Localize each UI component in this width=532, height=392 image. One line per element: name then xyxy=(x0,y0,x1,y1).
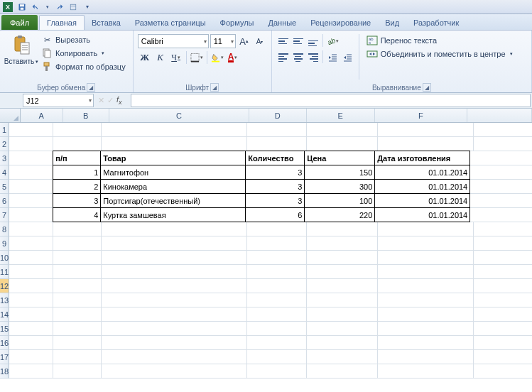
cell-B14[interactable] xyxy=(53,307,102,322)
cell-A14[interactable] xyxy=(9,307,53,322)
cell-A4[interactable] xyxy=(9,165,53,180)
cell-C14[interactable] xyxy=(102,307,247,322)
cell-F10[interactable] xyxy=(378,251,474,265)
col-header-A[interactable]: A xyxy=(21,109,63,122)
cell-D8[interactable] xyxy=(247,222,307,236)
qat-customize-icon[interactable] xyxy=(67,1,80,13)
cell-G11[interactable] xyxy=(474,265,532,279)
cell-A3[interactable] xyxy=(9,151,53,165)
tab-developer[interactable]: Разработчик xyxy=(406,15,466,30)
cell-C2[interactable] xyxy=(102,137,247,151)
cell-G9[interactable] xyxy=(474,236,532,251)
cell-C13[interactable] xyxy=(102,293,247,307)
redo-icon[interactable] xyxy=(53,1,65,13)
cell-D15[interactable] xyxy=(247,322,307,336)
cell-G1[interactable] xyxy=(474,123,532,137)
font-size-combo[interactable]: 11▾ xyxy=(210,34,236,48)
cell-C8[interactable] xyxy=(102,222,247,236)
cell-E18[interactable] xyxy=(307,364,378,379)
cell-A10[interactable] xyxy=(9,251,53,265)
cut-button[interactable]: ✂Вырезать xyxy=(38,33,129,46)
cell-B2[interactable] xyxy=(53,137,102,151)
cell-E14[interactable] xyxy=(307,307,378,322)
cell-C15[interactable] xyxy=(102,322,247,336)
qat-more-icon[interactable]: ▾ xyxy=(81,1,94,13)
cell-B16[interactable] xyxy=(53,336,102,350)
cell-F5[interactable]: 01.01.2014 xyxy=(374,179,470,194)
cell-E5[interactable]: 300 xyxy=(304,179,375,194)
cell-G3[interactable] xyxy=(470,151,532,165)
cell-E6[interactable]: 100 xyxy=(304,193,375,208)
tab-home[interactable]: Главная xyxy=(39,15,85,30)
row-header-12[interactable]: 12 xyxy=(0,279,9,293)
cell-B18[interactable] xyxy=(53,364,102,379)
tab-page-layout[interactable]: Разметка страницы xyxy=(128,15,213,30)
italic-button[interactable]: К xyxy=(153,50,168,65)
font-name-combo[interactable]: Calibri▾ xyxy=(138,34,209,48)
cell-A18[interactable] xyxy=(9,364,53,379)
row-header-10[interactable]: 10 xyxy=(0,251,9,265)
cell-G2[interactable] xyxy=(474,137,532,151)
cell-F9[interactable] xyxy=(378,236,474,251)
cell-E11[interactable] xyxy=(307,265,378,279)
cell-B7[interactable]: 4 xyxy=(53,207,101,222)
cell-D17[interactable] xyxy=(247,350,307,364)
cell-C3[interactable]: Товар xyxy=(100,151,246,165)
cell-A2[interactable] xyxy=(9,137,53,151)
cell-F1[interactable] xyxy=(378,123,474,137)
cell-C12[interactable] xyxy=(102,279,247,293)
fx-icon[interactable]: fx xyxy=(116,95,122,106)
cell-G6[interactable] xyxy=(470,194,532,208)
align-bottom-button[interactable] xyxy=(306,34,320,48)
cell-B13[interactable] xyxy=(53,293,102,307)
cell-B11[interactable] xyxy=(53,265,102,279)
align-middle-button[interactable] xyxy=(291,34,305,48)
cell-C6[interactable]: Портсигар(отечественный) xyxy=(100,193,246,208)
shrink-font-button[interactable]: A▾ xyxy=(253,34,267,48)
select-all-corner[interactable] xyxy=(0,109,21,122)
cell-F2[interactable] xyxy=(378,137,474,151)
cell-F17[interactable] xyxy=(378,350,474,364)
undo-icon[interactable] xyxy=(30,1,43,13)
cell-G17[interactable] xyxy=(474,350,532,364)
cell-B15[interactable] xyxy=(53,322,102,336)
cells-area[interactable]: п/пТоварКоличествоЦенаДата изготовления1… xyxy=(9,123,532,379)
tab-view[interactable]: Вид xyxy=(378,15,406,30)
cell-F7[interactable]: 01.01.2014 xyxy=(374,207,470,222)
cell-B12[interactable] xyxy=(53,279,102,293)
cell-B9[interactable] xyxy=(53,236,102,251)
cell-D1[interactable] xyxy=(247,123,307,137)
cell-E13[interactable] xyxy=(307,293,378,307)
name-box[interactable]: J12▾ xyxy=(23,94,94,107)
cell-F18[interactable] xyxy=(378,364,474,379)
cell-E3[interactable]: Цена xyxy=(304,151,375,165)
align-top-button[interactable] xyxy=(276,34,291,48)
cell-D5[interactable]: 3 xyxy=(245,179,305,194)
cell-A5[interactable] xyxy=(9,180,53,194)
cell-D7[interactable]: 6 xyxy=(245,207,305,222)
cell-F6[interactable]: 01.01.2014 xyxy=(374,193,470,208)
cell-F15[interactable] xyxy=(378,322,474,336)
font-dialog-launcher[interactable]: ◢ xyxy=(210,83,219,92)
cell-D11[interactable] xyxy=(247,265,307,279)
col-header-B[interactable]: B xyxy=(63,109,109,122)
cell-D6[interactable]: 3 xyxy=(245,193,305,208)
cell-D9[interactable] xyxy=(247,236,307,251)
cell-F11[interactable] xyxy=(378,265,474,279)
cell-G4[interactable] xyxy=(470,165,532,180)
row-header-3[interactable]: 3 xyxy=(0,151,9,165)
cell-G15[interactable] xyxy=(474,322,532,336)
cell-D13[interactable] xyxy=(247,293,307,307)
format-painter-button[interactable]: Формат по образцу xyxy=(38,60,129,73)
row-header-16[interactable]: 16 xyxy=(0,336,9,350)
enter-formula-icon[interactable]: ✓ xyxy=(107,96,114,105)
row-header-15[interactable]: 15 xyxy=(0,322,9,336)
formula-input[interactable] xyxy=(131,94,531,107)
row-header-14[interactable]: 14 xyxy=(0,307,9,322)
row-header-13[interactable]: 13 xyxy=(0,293,9,307)
col-header-extra[interactable] xyxy=(467,109,532,122)
cell-B5[interactable]: 2 xyxy=(53,179,101,194)
cell-E2[interactable] xyxy=(307,137,378,151)
cell-F4[interactable]: 01.01.2014 xyxy=(374,165,470,180)
cell-C1[interactable] xyxy=(102,123,247,137)
